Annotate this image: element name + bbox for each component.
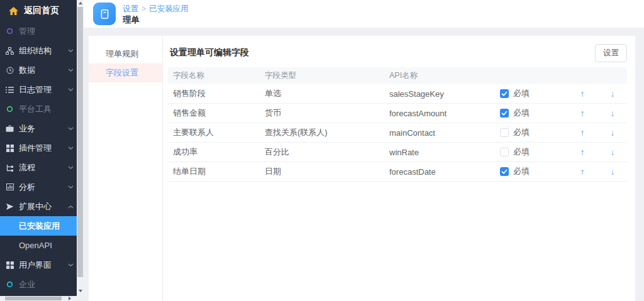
sidebar-item-label: 返回首页 bbox=[24, 5, 59, 16]
move-down-button[interactable]: ↓ bbox=[598, 147, 627, 157]
table-row: 销售阶段单选salesStageKey必填↑↓ bbox=[168, 84, 627, 104]
field-type-cell: 查找关系(联系人) bbox=[260, 127, 384, 138]
sidebar-item-流程[interactable]: 流程 bbox=[0, 158, 77, 177]
sidebar: 返回首页管理组织结构数据日志管理平台工具业务插件管理流程分析扩展中心已安装应用O… bbox=[0, 0, 84, 296]
field-type-cell: 货币 bbox=[260, 107, 384, 119]
sidebar-item-label: 数据 bbox=[19, 65, 35, 76]
move-down-button[interactable]: ↓ bbox=[598, 128, 627, 138]
scroll-right-icon[interactable] bbox=[69, 297, 71, 300]
briefcase-icon bbox=[5, 125, 14, 132]
chevron-down-icon bbox=[68, 185, 74, 189]
chevron-down-icon bbox=[68, 68, 74, 72]
breadcrumb-link-settings[interactable]: 设置 bbox=[123, 4, 138, 13]
chevron-down-icon bbox=[68, 166, 74, 170]
sidebar-item-分析[interactable]: 分析 bbox=[0, 177, 77, 197]
sidebar-item-企业[interactable]: 企业 bbox=[0, 275, 77, 294]
move-up-button[interactable]: ↑ bbox=[567, 108, 598, 118]
breadcrumb-separator: > bbox=[142, 4, 146, 13]
clipboard-app-icon bbox=[93, 3, 116, 25]
sidebar-item-平台工具[interactable]: 平台工具 bbox=[0, 99, 77, 119]
subnav-item-字段设置[interactable]: 字段设置 bbox=[89, 63, 162, 82]
fields-table: 字段名称 字段类型 API名称 销售阶段单选salesStageKey必填↑↓销… bbox=[168, 67, 627, 182]
scroll-down-icon[interactable] bbox=[79, 290, 82, 292]
api-name-cell: forecastDate bbox=[384, 167, 495, 177]
breadcrumb-link-installed-apps[interactable]: 已安装应用 bbox=[149, 4, 189, 13]
column-header-api-name: API名称 bbox=[384, 70, 495, 81]
sidebar-item-已安装应用[interactable]: 已安装应用 bbox=[0, 216, 77, 236]
field-type-cell: 日期 bbox=[260, 166, 384, 177]
sidebar-item-日志管理[interactable]: 日志管理 bbox=[0, 80, 77, 99]
sidebar-vertical-scrollbar[interactable] bbox=[77, 0, 84, 296]
required-label: 必填 bbox=[513, 107, 530, 119]
required-checkbox[interactable] bbox=[500, 89, 509, 98]
chevron-down-icon bbox=[68, 49, 74, 53]
required-cell: 必填 bbox=[495, 166, 567, 177]
sidebar-item-label: 业务 bbox=[19, 123, 35, 134]
plugin-grid-icon bbox=[5, 145, 14, 152]
section-title: 设置理单可编辑字段 bbox=[168, 47, 249, 58]
extension-icon bbox=[5, 203, 14, 211]
sidebar-item-label: 日志管理 bbox=[19, 84, 52, 96]
chevron-down-icon bbox=[68, 146, 74, 150]
sidebar-item-管理[interactable]: 管理 bbox=[0, 21, 77, 41]
secondary-nav: 理单规则字段设置 bbox=[89, 36, 163, 301]
sidebar-item-label: 流程 bbox=[19, 162, 35, 173]
api-name-cell: winRate bbox=[384, 148, 495, 157]
required-label: 必填 bbox=[513, 166, 530, 177]
main-panel: 设置理单可编辑字段 设置 字段名称 字段类型 API名称 销售阶段单选sales… bbox=[163, 36, 636, 301]
required-checkbox[interactable] bbox=[500, 167, 509, 176]
home-icon bbox=[9, 7, 18, 15]
vertical-scroll-thumb[interactable] bbox=[77, 7, 83, 277]
table-row: 成功率百分比winRate必填↑↓ bbox=[168, 143, 627, 162]
settings-button[interactable]: 设置 bbox=[595, 44, 627, 62]
required-checkbox[interactable] bbox=[500, 109, 509, 118]
sidebar-nav: 返回首页管理组织结构数据日志管理平台工具业务插件管理流程分析扩展中心已安装应用O… bbox=[0, 0, 77, 296]
sidebar-item-返回首页[interactable]: 返回首页 bbox=[0, 0, 77, 21]
chevron-down-icon bbox=[68, 127, 74, 131]
content-card: 理单规则字段设置 设置理单可编辑字段 设置 字段名称 字段类型 API名称 销售… bbox=[89, 36, 635, 301]
required-label: 必填 bbox=[513, 127, 530, 138]
subnav-item-理单规则[interactable]: 理单规则 bbox=[89, 45, 162, 63]
move-up-button[interactable]: ↑ bbox=[567, 147, 598, 157]
sidebar-horizontal-scrollbar[interactable] bbox=[0, 296, 84, 301]
column-header-field-type: 字段类型 bbox=[260, 70, 384, 81]
move-down-button[interactable]: ↓ bbox=[598, 89, 627, 99]
column-header-field-name: 字段名称 bbox=[168, 70, 260, 81]
field-name-cell: 销售金额 bbox=[168, 107, 260, 119]
scroll-up-icon[interactable] bbox=[79, 2, 82, 4]
flow-icon bbox=[5, 164, 14, 172]
sidebar-item-组织结构[interactable]: 组织结构 bbox=[0, 41, 77, 60]
top-header: 设置>已安装应用 理单 bbox=[84, 0, 644, 28]
chart-icon bbox=[5, 183, 14, 190]
required-cell: 必填 bbox=[495, 146, 567, 158]
table-row: 主要联系人查找关系(联系人)mainContact必填↑↓ bbox=[168, 123, 627, 143]
circle-outline-icon bbox=[5, 28, 14, 35]
circle-outline-icon bbox=[5, 106, 14, 112]
chevron-down-icon bbox=[68, 88, 74, 92]
api-name-cell: forecastAmount bbox=[384, 109, 495, 118]
sidebar-item-插件管理[interactable]: 插件管理 bbox=[0, 138, 77, 158]
sidebar-item-OpenAPI[interactable]: OpenAPI bbox=[0, 236, 77, 255]
table-row: 结单日期日期forecastDate必填↑↓ bbox=[168, 162, 627, 182]
sidebar-item-扩展中心[interactable]: 扩展中心 bbox=[0, 197, 77, 216]
move-down-button[interactable]: ↓ bbox=[598, 167, 627, 177]
sidebar-item-用户界面[interactable]: 用户界面 bbox=[0, 255, 77, 275]
required-checkbox[interactable] bbox=[500, 128, 509, 137]
sidebar-item-数据[interactable]: 数据 bbox=[0, 60, 77, 80]
breadcrumb: 设置>已安装应用 bbox=[123, 4, 189, 14]
move-up-button[interactable]: ↑ bbox=[567, 167, 598, 177]
move-down-button[interactable]: ↓ bbox=[598, 108, 627, 118]
required-cell: 必填 bbox=[495, 107, 567, 119]
required-cell: 必填 bbox=[495, 127, 567, 138]
field-name-cell: 结单日期 bbox=[168, 166, 260, 177]
horizontal-scroll-thumb[interactable] bbox=[5, 297, 62, 300]
required-label: 必填 bbox=[513, 88, 530, 99]
move-up-button[interactable]: ↑ bbox=[567, 89, 598, 99]
sidebar-item-label: 平台工具 bbox=[19, 104, 52, 115]
clock-icon bbox=[5, 67, 14, 74]
ui-grid-icon bbox=[5, 261, 14, 269]
api-name-cell: mainContact bbox=[384, 128, 495, 138]
move-up-button[interactable]: ↑ bbox=[567, 128, 598, 138]
sidebar-item-业务[interactable]: 业务 bbox=[0, 119, 77, 138]
required-checkbox[interactable] bbox=[500, 148, 509, 156]
